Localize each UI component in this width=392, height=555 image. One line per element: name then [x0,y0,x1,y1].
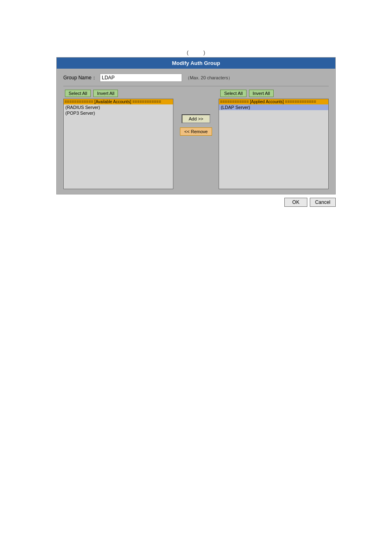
right-invert-all-button[interactable]: Invert All [249,90,274,97]
add-button[interactable]: Add >> [182,114,210,123]
divider [63,86,329,86]
remove-button[interactable]: << Remove [180,127,212,136]
group-name-row: Group Name： （Max. 20 characters） [63,74,329,82]
applied-accounts-header: ============ [Applied Accounts] ========… [219,99,328,104]
right-select-all-button[interactable]: Select All [220,90,246,97]
left-controls: Select All Invert All [63,90,173,97]
applied-accounts-panel: Select All Invert All ============ [Appl… [219,90,329,189]
right-controls: Select All Invert All [219,90,329,97]
list-item[interactable]: (LDAP Server) [219,104,328,110]
dialog-title: Modify Auth Group [57,58,335,69]
list-item[interactable]: (POP3 Server) [64,110,173,116]
lists-area: Select All Invert All ============ [Avai… [63,90,329,189]
left-select-all-button[interactable]: Select All [65,90,91,97]
left-invert-all-button[interactable]: Invert All [93,90,118,97]
available-accounts-panel: Select All Invert All ============ [Avai… [63,90,173,189]
group-name-input[interactable] [100,74,182,82]
group-name-hint: （Max. 20 characters） [185,75,233,81]
footer-area: OK Cancel [56,198,336,207]
dialog-body: Group Name： （Max. 20 characters） Select … [57,69,335,194]
applied-accounts-listbox[interactable]: ============ [Applied Accounts] ========… [219,99,329,189]
cancel-button[interactable]: Cancel [310,198,336,207]
middle-controls: Add >> << Remove [173,90,219,136]
dialog-container: Modify Auth Group Group Name： （Max. 20 c… [56,57,336,194]
ok-button[interactable]: OK [284,198,307,207]
group-name-label: Group Name： [63,74,97,81]
available-accounts-listbox[interactable]: ============ [Available Accounts] ======… [63,99,173,189]
breadcrumb: ( ) [56,49,336,56]
list-item[interactable]: (RADIUS Server) [64,104,173,110]
available-accounts-header: ============ [Available Accounts] ======… [64,99,173,104]
